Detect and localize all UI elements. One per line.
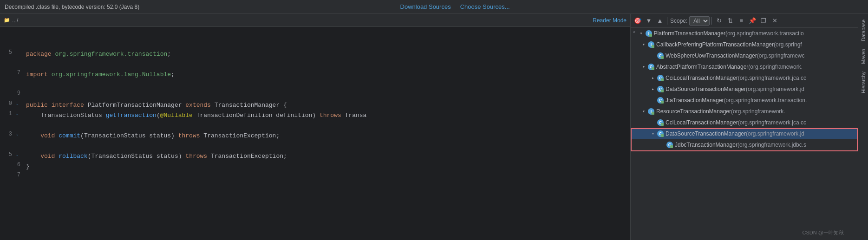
tree-item-platform[interactable]: * ▾ I PlatformTransactionManager (org.sp… xyxy=(631,28,858,39)
reader-mode-btn[interactable]: Reader Mode xyxy=(593,17,627,24)
code-line: 0↓ public interface PlatformTransactionM… xyxy=(0,100,630,110)
code-line xyxy=(0,80,630,90)
code-editor: 5 package org.springframework.transactio… xyxy=(0,27,630,240)
code-line: 9 xyxy=(0,90,630,100)
file-title: Decompiled .class file, bytecode version… xyxy=(5,4,139,10)
tree-item-callback[interactable]: ▾ I CallbackPreferringPlatformTransactio… xyxy=(631,39,858,50)
top-bar: Decompiled .class file, bytecode version… xyxy=(0,0,868,14)
code-line: 3↓ void commit(TransactionStatus status)… xyxy=(0,131,630,141)
code-line xyxy=(0,39,630,49)
pin-btn[interactable]: 📌 xyxy=(747,16,757,26)
tree-item-cci1[interactable]: ▸ C CciLocalTransactionManager (org.spri… xyxy=(631,72,858,84)
choose-sources-link[interactable]: Choose Sources... xyxy=(460,3,510,10)
interface-icon: I xyxy=(645,30,653,37)
download-sources-link[interactable]: Download Sources xyxy=(400,3,451,10)
tree-item-websphere[interactable]: C WebSphereUowTransactionManager (org.sp… xyxy=(631,50,858,61)
code-line: 5 package org.springframework.transactio… xyxy=(0,49,630,59)
code-lines: 5 package org.springframework.transactio… xyxy=(0,27,630,182)
top-bar-actions: Download Sources Choose Sources... xyxy=(400,3,510,10)
code-line: 7 import org.springframework.lang.Nullab… xyxy=(0,70,630,80)
code-line: 5↓ void rollback(TransactionStatus statu… xyxy=(0,151,630,162)
code-area: 📁 .../ Reader Mode 5 xyxy=(0,14,630,240)
expand-all-btn[interactable]: ▼ xyxy=(644,16,654,26)
code-line: 7 xyxy=(0,172,630,182)
code-line: 6 } xyxy=(0,162,630,172)
folder-icon: 📁 xyxy=(4,17,10,23)
tree-wrapper: * ▾ I PlatformTransactionManager (org.sp… xyxy=(631,28,858,240)
tree-item-cci2[interactable]: C CciLocalTransactionManager (org.spring… xyxy=(631,117,858,128)
tree-item-resource[interactable]: ▾ I ResourceTransactionManager (org.spri… xyxy=(631,106,858,117)
locate-btn[interactable]: 🎯 xyxy=(633,16,643,26)
hierarchy-tab[interactable]: Hierarchy xyxy=(859,68,868,97)
scope-label: Scope: xyxy=(670,18,687,24)
interface-icon-2: I xyxy=(647,41,655,48)
class-icon-6: C xyxy=(657,119,664,126)
close-btn[interactable]: ✕ xyxy=(770,16,780,26)
expand-window-btn[interactable]: ❐ xyxy=(758,16,769,26)
right-panel: 🎯 ▼ ▲ Scope: All ↻ ⇅ ≡ 📌 ❐ ✕ * ▾ xyxy=(630,14,858,240)
tree-item-jta[interactable]: C JtaTransactionManager (org.springframe… xyxy=(631,95,858,106)
side-tabs: Database Maven Hierarchy xyxy=(858,14,868,240)
tree-item-datasource1[interactable]: ▸ C DataSourceTransactionManager (org.sp… xyxy=(631,84,858,95)
class-icon-4: C xyxy=(657,85,664,93)
main-content: 📁 .../ Reader Mode 5 xyxy=(0,14,868,240)
breadcrumb: .../ xyxy=(12,17,18,24)
class-icon-8: C xyxy=(666,141,673,149)
collapse-all-btn[interactable]: ▲ xyxy=(655,16,665,26)
code-line xyxy=(0,121,630,131)
tree-item-datasource2-selected[interactable]: ▾ C DataSourceTransactionManager (org.sp… xyxy=(631,128,858,139)
sort-btn[interactable]: ⇅ xyxy=(725,16,735,26)
interface-icon-3: I xyxy=(647,108,655,115)
code-line xyxy=(0,29,630,39)
toolbar-sep xyxy=(667,17,667,25)
class-icon-2: C xyxy=(647,63,655,71)
class-icon: C xyxy=(657,52,664,59)
class-icon-7: C xyxy=(657,130,664,137)
class-icon-5: C xyxy=(657,97,664,104)
code-line xyxy=(0,59,630,70)
scope-select[interactable]: All xyxy=(689,16,710,26)
maven-tab[interactable]: Maven xyxy=(859,45,868,68)
code-line: 1↓ TransactionStatus getTransaction(@Nul… xyxy=(0,110,630,121)
breadcrumb-bar: 📁 .../ Reader Mode xyxy=(0,14,630,27)
refresh-btn[interactable]: ↻ xyxy=(714,16,724,26)
code-line xyxy=(0,141,630,151)
align-btn[interactable]: ≡ xyxy=(736,16,746,26)
tree-container: * ▾ I PlatformTransactionManager (org.sp… xyxy=(631,28,858,240)
toolbar-sep-2 xyxy=(711,17,712,25)
tree-item-jdbc[interactable]: C JdbcTransactionManager (org.springfram… xyxy=(631,139,858,150)
tree-item-abstract[interactable]: ▾ C AbstractPlatformTransactionManager (… xyxy=(631,61,858,72)
class-icon-3: C xyxy=(657,74,664,82)
panel-toolbar: 🎯 ▼ ▲ Scope: All ↻ ⇅ ≡ 📌 ❐ ✕ xyxy=(631,14,858,28)
database-tab[interactable]: Database xyxy=(859,16,868,45)
